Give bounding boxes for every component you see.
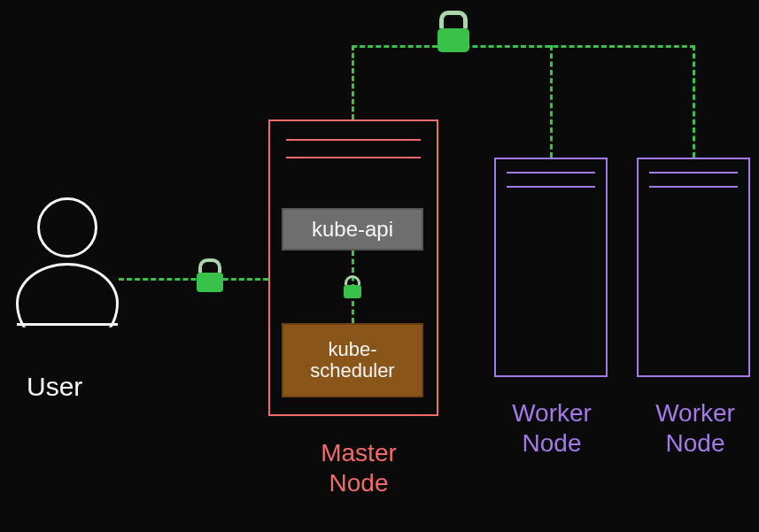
kube-api-label: kube-api — [312, 217, 393, 242]
kube-scheduler-component: kube- scheduler — [282, 323, 423, 397]
lock-icon — [197, 258, 223, 292]
worker-node-label: Worker Node — [633, 398, 757, 458]
decorative-line — [649, 172, 738, 173]
connection-top-worker2 — [693, 45, 695, 158]
lock-icon — [438, 11, 469, 52]
worker-node-box — [494, 158, 608, 377]
decorative-line — [649, 186, 738, 188]
user-icon — [16, 197, 119, 352]
decorative-line — [507, 186, 595, 188]
connection-master-top — [352, 45, 354, 120]
decorative-line — [286, 157, 421, 158]
decorative-line — [507, 172, 595, 173]
architecture-diagram: User kube-api kube- scheduler Master Nod… — [0, 0, 759, 532]
connection-top-bus — [352, 45, 695, 48]
master-node-label: Master Node — [297, 438, 421, 497]
connection-user-master — [119, 278, 268, 281]
worker-node-label: Worker Node — [490, 398, 614, 458]
kube-scheduler-label: kube- scheduler — [310, 339, 394, 382]
worker-node-box — [637, 158, 750, 377]
connection-top-worker1 — [550, 45, 553, 158]
user-label: User — [27, 372, 82, 402]
decorative-line — [286, 139, 421, 141]
kube-api-component: kube-api — [282, 208, 423, 251]
